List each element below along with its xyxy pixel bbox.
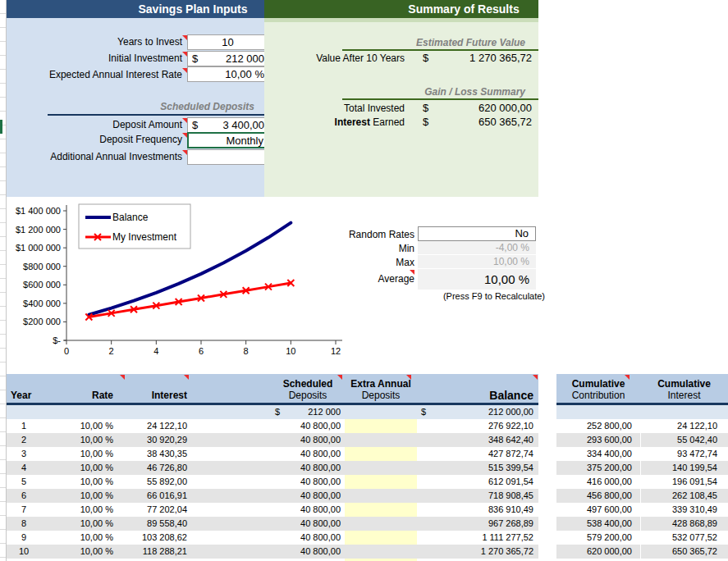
cell-balance[interactable]: 427 872,74	[417, 447, 538, 461]
cell-spacer[interactable]	[190, 475, 271, 489]
cell-balance[interactable]: 1 270 365,72	[417, 545, 538, 559]
cell-scheduled-deposit[interactable]: 40 800,00	[271, 503, 345, 517]
cell-spacer[interactable]	[190, 503, 271, 517]
additional-investments-input[interactable]	[187, 149, 268, 165]
cell-cumulative-contribution[interactable]: 579 200,00	[556, 531, 640, 545]
cell-scheduled-deposit[interactable]: 40 800,00	[271, 517, 345, 531]
cell-cumulative-contribution[interactable]: 538 400,00	[556, 517, 640, 531]
cell-year[interactable]: 7	[7, 503, 51, 517]
cell-interest[interactable]: 55 892,00	[125, 475, 190, 489]
cell-cumulative-contribution[interactable]: 334 400,00	[556, 447, 640, 461]
cell-extra-deposit-input[interactable]	[345, 503, 417, 517]
cell-balance[interactable]: 515 399,54	[417, 461, 538, 475]
cell-cumulative-interest[interactable]: 196 091,54	[640, 475, 728, 489]
cell-balance[interactable]: 1 111 277,52	[417, 531, 538, 545]
cell-cumulative-interest[interactable]: 262 108,45	[640, 489, 728, 503]
cell-extra-deposit-input[interactable]	[345, 447, 417, 461]
cell-initial-balance[interactable]: $212 000,00	[417, 405, 538, 419]
cell-balance[interactable]: 967 268,89	[417, 517, 538, 531]
interest-earned-value[interactable]: 650 365,72	[478, 116, 532, 128]
cell-cumulative-interest[interactable]: 532 077,52	[640, 531, 728, 545]
cell-year[interactable]: 4	[7, 461, 51, 475]
cell-scheduled-deposit[interactable]: 40 800,00	[271, 489, 345, 503]
cell-cumulative-interest[interactable]: 339 310,49	[640, 503, 728, 517]
cell-scheduled-deposit[interactable]: 40 800,00	[271, 475, 345, 489]
cell-cumulative-interest[interactable]: 428 868,89	[640, 517, 728, 531]
cell-year[interactable]: 2	[7, 433, 51, 447]
cell-year[interactable]: 6	[7, 489, 51, 503]
cell-interest[interactable]: 66 016,91	[125, 489, 190, 503]
deposit-amount-input[interactable]: $ 3 400,00	[187, 117, 268, 133]
cell-spacer[interactable]	[190, 419, 271, 433]
cell-rate[interactable]: 10,00 %	[51, 489, 125, 503]
cell-extra-deposit-input[interactable]	[345, 475, 417, 489]
cell-balance[interactable]: 276 922,10	[417, 419, 538, 433]
cell-initial-extra[interactable]	[345, 405, 417, 419]
cell-balance[interactable]: 836 910,49	[417, 503, 538, 517]
cell-balance[interactable]: 718 908,45	[417, 489, 538, 503]
cell-extra-deposit-input[interactable]	[345, 517, 417, 531]
initial-investment-input[interactable]: $ 212 000	[187, 51, 268, 66]
interest-rate-input[interactable]: 10,00 %	[187, 66, 268, 82]
random-rates-input[interactable]: No	[418, 226, 536, 241]
cell-rate[interactable]: 10,00 %	[51, 461, 125, 475]
cell-year[interactable]: 5	[7, 475, 51, 489]
cell-interest[interactable]: 77 202,04	[125, 503, 190, 517]
cell-spacer[interactable]	[190, 531, 271, 545]
cell-rate[interactable]: 10,00 %	[51, 475, 125, 489]
cell-year[interactable]: 8	[7, 517, 51, 531]
cell-scheduled-deposit[interactable]: 40 800,00	[271, 545, 345, 559]
cell-interest[interactable]: 89 558,40	[125, 517, 190, 531]
cell-rate[interactable]: 10,00 %	[51, 531, 125, 545]
cell-extra-deposit-input[interactable]	[345, 489, 417, 503]
cell-cumulative-contribution[interactable]: 620 000,00	[556, 545, 640, 559]
cell-scheduled-deposit[interactable]: 40 800,00	[271, 419, 345, 433]
cell-scheduled-deposit[interactable]: 40 800,00	[271, 531, 345, 545]
cell-rate[interactable]: 10,00 %	[51, 517, 125, 531]
cell-cumulative-interest[interactable]: 140 199,54	[640, 461, 728, 475]
cell-cumulative-contribution[interactable]: 252 800,00	[556, 419, 640, 433]
cell-scheduled-deposit[interactable]: 40 800,00	[271, 461, 345, 475]
cell-extra-deposit-input[interactable]	[345, 419, 417, 433]
cell-cumulative-contribution[interactable]: 293 600,00	[556, 433, 640, 447]
cell-interest[interactable]: 46 726,80	[125, 461, 190, 475]
cell-year[interactable]: 9	[7, 531, 51, 545]
cell-spacer[interactable]	[190, 461, 271, 475]
cell-interest[interactable]: 118 288,21	[125, 545, 190, 559]
cell-year[interactable]: 3	[7, 447, 51, 461]
cell-rate[interactable]: 10,00 %	[51, 447, 125, 461]
cell-extra-deposit-input[interactable]	[345, 433, 417, 447]
cell-balance[interactable]: 612 091,54	[417, 475, 538, 489]
cell-cumulative-contribution[interactable]: 416 000,00	[556, 475, 640, 489]
cell-spacer[interactable]	[190, 447, 271, 461]
cell-spacer[interactable]	[190, 489, 271, 503]
max-rate-value[interactable]: 10,00 %	[418, 255, 536, 269]
cell-scheduled-deposit[interactable]: 40 800,00	[271, 447, 345, 461]
cell-cumulative-contribution[interactable]: 497 600,00	[556, 503, 640, 517]
cell-year[interactable]: 10	[7, 545, 51, 559]
cell-interest[interactable]: 30 920,29	[125, 433, 190, 447]
cell-initial-scheduled[interactable]: $212 000	[271, 405, 345, 419]
total-invested-value[interactable]: 620 000,00	[478, 102, 532, 114]
cell-interest[interactable]: 24 122,10	[125, 419, 190, 433]
cell-cumulative-interest[interactable]: 24 122,10	[640, 419, 728, 433]
table-row-initial[interactable]: $212 000 $212 000,00	[7, 405, 538, 419]
cell-cumulative-contribution[interactable]: 456 800,00	[556, 489, 640, 503]
deposit-frequency-select[interactable]: Monthly	[187, 132, 268, 148]
years-to-invest-input[interactable]: 10	[187, 34, 268, 50]
cell-rate[interactable]: 10,00 %	[51, 419, 125, 433]
cell-rate[interactable]: 10,00 %	[51, 545, 125, 559]
cell-rate[interactable]: 10,00 %	[51, 503, 125, 517]
value-after-years-value[interactable]: 1 270 365,72	[469, 52, 532, 64]
cell-balance[interactable]: 348 642,40	[417, 433, 538, 447]
cell-cumulative-interest[interactable]: 650 365,72	[640, 545, 728, 559]
min-rate-value[interactable]: -4,00 %	[418, 241, 536, 255]
cell-extra-deposit-input[interactable]	[345, 545, 417, 559]
cell-spacer[interactable]	[190, 433, 271, 447]
cell-year[interactable]: 1	[7, 419, 51, 433]
cell-scheduled-deposit[interactable]: 40 800,00	[271, 433, 345, 447]
cell-extra-deposit-input[interactable]	[345, 461, 417, 475]
cell-interest[interactable]: 38 430,35	[125, 447, 190, 461]
cell-spacer[interactable]	[190, 545, 271, 559]
cell-extra-deposit-input[interactable]	[345, 531, 417, 545]
